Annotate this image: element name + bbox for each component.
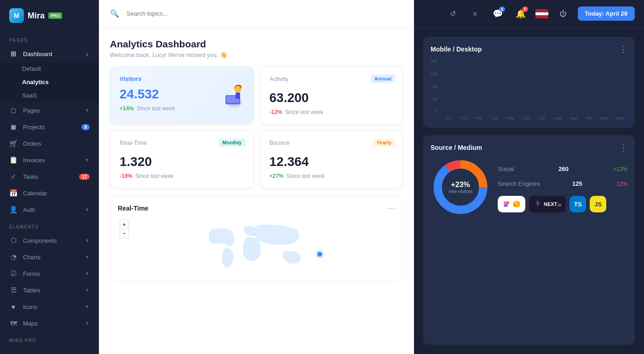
page-header: Analytics Dashboard Welcome back, Lucy! … bbox=[110, 39, 403, 58]
y-label: 120 bbox=[431, 72, 437, 76]
source-name-search: Search Engines bbox=[498, 180, 540, 187]
svg-rect-4 bbox=[236, 92, 240, 99]
sidebar-item-dashboard[interactable]: ⊞ Dashboard ▲ bbox=[0, 46, 99, 62]
top-header: 🔍 ↺ ≡ 💬 3 🔔 7 ⏻ Today: April 29 bbox=[99, 0, 644, 28]
bounce-card: Bounce Yearly 12.364 +27% Since last wee… bbox=[260, 131, 403, 188]
sidebar-item-calendar[interactable]: 📅 Calendar bbox=[0, 185, 99, 201]
auth-icon: 👤 bbox=[9, 206, 17, 214]
sidebar-subitem-analytics[interactable]: Analytics bbox=[0, 75, 99, 89]
activity-label: Activity bbox=[270, 75, 288, 82]
search-icon: 🔍 bbox=[110, 9, 119, 18]
source-val-search: 125 bbox=[572, 180, 582, 187]
map-zoom-out[interactable]: − bbox=[120, 229, 129, 238]
chevron-icon: ▼ bbox=[85, 207, 90, 212]
sidebar-item-maps[interactable]: 🗺 Maps ▼ bbox=[0, 315, 99, 331]
search-input[interactable] bbox=[126, 10, 261, 17]
ts-label: TS bbox=[574, 201, 582, 208]
realtime-map-menu[interactable]: ⋯ bbox=[387, 203, 395, 213]
source-trend-social: +12% bbox=[613, 166, 627, 172]
source-medium-card: Source / Medium ⋮ bbox=[423, 135, 635, 345]
chevron-icon: ▼ bbox=[85, 254, 90, 260]
source-row-search: Search Engines 125 -12% bbox=[498, 177, 627, 191]
x-label-dec: Dec bbox=[613, 116, 627, 120]
bounce-badge: Yearly bbox=[373, 138, 395, 147]
realtime-stat-card: Real-Time Monthly 1.320 -18% Since last … bbox=[110, 131, 253, 188]
language-flag[interactable] bbox=[535, 9, 548, 18]
x-label-oct: Oct bbox=[582, 116, 596, 120]
date-button[interactable]: Today: April 29 bbox=[578, 6, 635, 21]
sidebar-subitem-default[interactable]: Default bbox=[0, 62, 99, 75]
activity-value: 63.200 bbox=[270, 91, 394, 105]
source-medium-menu[interactable]: ⋮ bbox=[619, 143, 627, 153]
refresh-button[interactable]: ↺ bbox=[445, 6, 461, 22]
app-name: Mira bbox=[28, 11, 45, 21]
maps-icon: 🗺 bbox=[9, 319, 17, 327]
source-medium-details: Social 260 +12% Search Engines 125 -12% bbox=[498, 162, 627, 212]
alerts-button[interactable]: 🔔 7 bbox=[512, 6, 529, 22]
sidebar-item-tasks[interactable]: ✓ Tasks 17 bbox=[0, 168, 99, 185]
chevron-icon: ▼ bbox=[85, 320, 90, 326]
charts-icon: ◔ bbox=[9, 253, 17, 261]
map-zoom-controls: + − bbox=[120, 220, 129, 238]
chevron-icon: ▲ bbox=[85, 51, 90, 57]
x-labels: Jan Feb Mar Apr May Jun Jul Aug Sep Oct … bbox=[441, 116, 627, 120]
activity-card: Activity Annual 63.200 -12% Since last w… bbox=[260, 67, 403, 124]
source-trend-search: -12% bbox=[615, 181, 627, 187]
tech-logo-js: JS bbox=[590, 196, 606, 212]
sidebar-item-components[interactable]: ⬡ Components ▼ bbox=[0, 232, 99, 249]
source-val-social: 260 bbox=[558, 166, 569, 172]
sidebar-item-projects[interactable]: ◼ Projects 8 bbox=[0, 119, 99, 135]
source-name-social: Social bbox=[498, 166, 514, 172]
chevron-icon: ▼ bbox=[85, 287, 90, 293]
bounce-trend-pct: +27% bbox=[270, 173, 284, 179]
chevron-icon: ▼ bbox=[85, 238, 90, 243]
sidebar-item-auth[interactable]: 👤 Auth ▼ bbox=[0, 201, 99, 218]
tech-logo-redux: NEXT.js bbox=[529, 196, 566, 212]
chat-badge: 3 bbox=[499, 6, 505, 12]
sidebar-item-pages[interactable]: ◻ Pages ▼ bbox=[0, 102, 99, 119]
sidebar-item-forms[interactable]: ☑ Forms ▼ bbox=[0, 265, 99, 282]
source-row-social: Social 260 +12% bbox=[498, 162, 627, 177]
y-label: 0 bbox=[431, 109, 437, 114]
sidebar-item-label: Projects bbox=[23, 124, 76, 131]
logo-area: M Mira PRO bbox=[0, 0, 99, 31]
components-icon: ⬡ bbox=[9, 236, 17, 245]
filter-button[interactable]: ≡ bbox=[467, 6, 483, 22]
js-label: JS bbox=[594, 201, 602, 208]
projects-icon: ◼ bbox=[9, 123, 17, 131]
y-label: 80 bbox=[431, 84, 437, 89]
visitors-trend-pct: +14% bbox=[120, 105, 134, 112]
bounce-trend: +27% Since last week bbox=[270, 173, 394, 179]
logo-icon: M bbox=[9, 8, 24, 23]
chevron-icon: ▼ bbox=[85, 108, 90, 113]
tables-icon: ☰ bbox=[9, 286, 17, 294]
x-label-mar: Mar bbox=[472, 116, 487, 120]
realtime-badge: Monthly bbox=[218, 138, 245, 147]
header-left: 🔍 bbox=[99, 0, 414, 28]
invoices-icon: 📋 bbox=[9, 156, 17, 164]
sidebar-item-charts[interactable]: ◔ Charts ▼ bbox=[0, 249, 99, 265]
chat-button[interactable]: 💬 3 bbox=[489, 6, 506, 22]
tasks-badge: 17 bbox=[79, 174, 90, 180]
tasks-icon: ✓ bbox=[9, 172, 17, 181]
bar-chart-container bbox=[441, 59, 627, 114]
bounce-label: Bounce bbox=[270, 139, 290, 146]
map-zoom-in[interactable]: + bbox=[120, 220, 129, 229]
donut-chart: +23% new visitors bbox=[431, 157, 490, 217]
donut-center-text: +23% new visitors bbox=[448, 181, 472, 194]
chart-menu[interactable]: ⋮ bbox=[619, 44, 627, 54]
sidebar-item-invoices[interactable]: 📋 Invoices ▼ bbox=[0, 152, 99, 168]
sidebar-subitem-saas[interactable]: SaaS bbox=[0, 89, 99, 102]
sidebar-item-tables[interactable]: ☰ Tables ▼ bbox=[0, 282, 99, 298]
sidebar-item-orders[interactable]: 🛒 Orders bbox=[0, 135, 99, 152]
y-label: 40 bbox=[431, 97, 437, 102]
realtime-map-title: Real-Time bbox=[118, 205, 149, 212]
activity-trend-pct: -12% bbox=[270, 109, 282, 115]
realtime-trend: -18% Since last week bbox=[120, 173, 244, 179]
header-right: ↺ ≡ 💬 3 🔔 7 ⏻ Today: April 29 bbox=[414, 0, 644, 28]
y-label: 160 bbox=[431, 59, 437, 63]
svg-point-17 bbox=[535, 204, 536, 205]
orders-icon: 🛒 bbox=[9, 139, 17, 148]
sidebar-item-icons[interactable]: ♥ Icons ▼ bbox=[0, 298, 99, 315]
power-button[interactable]: ⏻ bbox=[555, 6, 571, 22]
